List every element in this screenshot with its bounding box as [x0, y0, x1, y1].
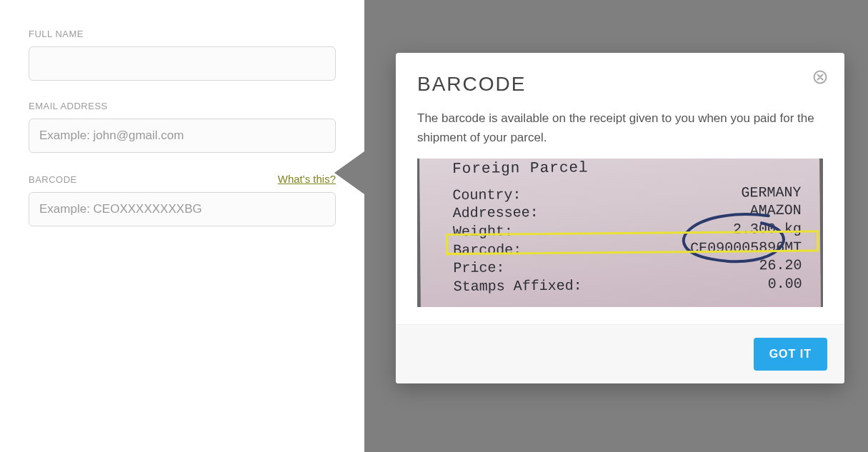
popover-arrow: [334, 151, 364, 194]
email-label: EMAIL ADDRESS: [29, 101, 108, 111]
barcode-label: BARCODE: [29, 174, 77, 185]
got-it-button[interactable]: GOT IT: [754, 338, 827, 371]
barcode-input[interactable]: [29, 192, 336, 226]
popover-footer: GOT IT: [396, 324, 844, 383]
barcode-group: BARCODE What's this?: [29, 173, 336, 226]
receipt-image: Foreign Parcel Country: GERMANY Addresse…: [417, 159, 823, 307]
pen-circle-mark: [662, 209, 805, 270]
form-panel: FULL NAME EMAIL ADDRESS BARCODE What's t…: [0, 0, 364, 452]
popover-description: The barcode is available on the receipt …: [417, 109, 823, 147]
receipt-row-label: Country:: [452, 186, 521, 204]
popover-title: BARCODE: [417, 73, 823, 96]
full-name-input[interactable]: [29, 46, 336, 81]
receipt-row-value: GERMANY: [741, 184, 801, 202]
receipt-row-label: Stamps Affixed:: [454, 277, 582, 296]
receipt-row: Country: GERMANY: [452, 184, 801, 205]
email-input[interactable]: [29, 119, 336, 153]
receipt-row: Stamps Affixed: 0.00: [454, 275, 802, 296]
receipt-paper: Foreign Parcel Country: GERMANY Addresse…: [419, 159, 821, 307]
email-group: EMAIL ADDRESS: [29, 101, 336, 153]
receipt-row-value: 0.00: [768, 275, 802, 293]
receipt-row-label: Barcode:: [453, 241, 522, 259]
close-icon[interactable]: [813, 70, 827, 87]
receipt-row-label: Price:: [453, 259, 504, 278]
whats-this-link[interactable]: What's this?: [278, 173, 336, 185]
receipt-row-label: Addressee:: [453, 204, 539, 224]
full-name-group: FULL NAME: [29, 29, 336, 81]
receipt-row-label: Weight:: [453, 223, 513, 241]
barcode-popover: BARCODE The barcode is available on the …: [396, 53, 844, 383]
full-name-label: FULL NAME: [29, 29, 84, 39]
